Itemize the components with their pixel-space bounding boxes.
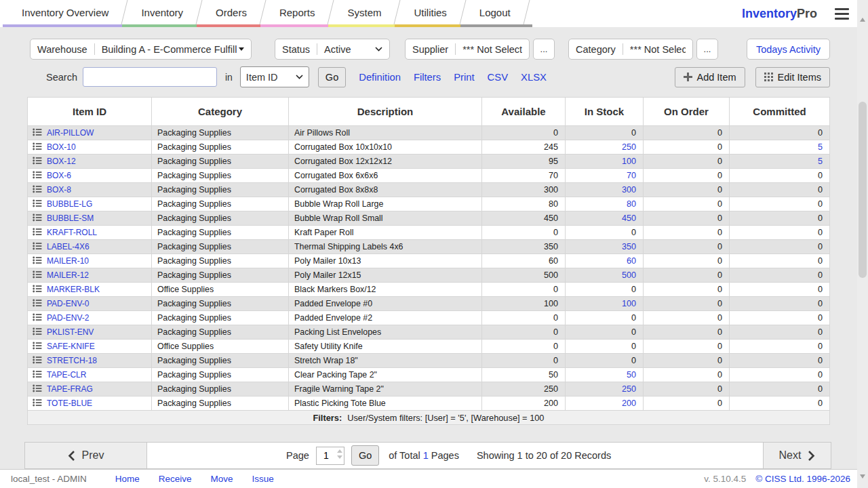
list-icon[interactable] (33, 399, 42, 409)
list-icon[interactable] (33, 299, 42, 309)
column-header-category[interactable]: Category (152, 98, 289, 126)
item-id-link[interactable]: STRETCH-18 (47, 356, 97, 365)
list-icon[interactable] (33, 185, 42, 195)
item-id-link[interactable]: PAD-ENV-2 (47, 313, 89, 323)
link-definition[interactable]: Definition (359, 72, 401, 83)
committed-link[interactable]: 5 (818, 142, 823, 152)
statusbar-link-home[interactable]: Home (115, 474, 140, 484)
committed-link[interactable]: 5 (818, 157, 823, 166)
in-stock-link[interactable]: 250 (622, 384, 636, 394)
item-id-link[interactable]: MAILER-12 (47, 270, 89, 280)
in-stock-link[interactable]: 50 (627, 370, 636, 380)
in-stock-link[interactable]: 500 (622, 270, 636, 280)
scroll-down-arrow-icon[interactable] (860, 474, 865, 479)
link-print[interactable]: Print (454, 72, 474, 83)
tab-reports[interactable]: Reports (264, 0, 333, 27)
item-id-link[interactable]: PKLIST-ENV (47, 327, 94, 337)
supplier-selector[interactable]: Supplier *** Not Selected (405, 39, 530, 60)
prev-page-button[interactable]: Prev (25, 443, 147, 468)
tab-inventory[interactable]: Inventory (126, 0, 201, 27)
column-header-available[interactable]: Available (482, 98, 566, 126)
column-header-on-order[interactable]: On Order (644, 98, 730, 126)
todays-activity-button[interactable]: Todays Activity (747, 39, 830, 60)
list-icon[interactable] (33, 242, 42, 252)
list-icon[interactable] (33, 370, 42, 380)
item-id-link[interactable]: BUBBLE-SM (47, 214, 94, 223)
statusbar-link-move[interactable]: Move (211, 474, 233, 484)
in-stock-link[interactable]: 300 (622, 185, 636, 195)
search-go-button[interactable]: Go (318, 67, 346, 87)
list-icon[interactable] (33, 171, 42, 181)
list-icon[interactable] (33, 356, 42, 366)
column-header-description[interactable]: Description (289, 98, 482, 126)
item-id-link[interactable]: AIR-PILLOW (47, 128, 94, 138)
item-id-link[interactable]: TAPE-CLR (47, 370, 86, 380)
in-stock-link[interactable]: 60 (627, 256, 636, 266)
link-xlsx[interactable]: XLSX (521, 72, 547, 83)
statusbar-link-receive[interactable]: Receive (159, 474, 192, 484)
item-id-link[interactable]: LABEL-4X6 (47, 242, 90, 251)
list-icon[interactable] (33, 256, 42, 266)
list-icon[interactable] (33, 199, 42, 209)
list-icon[interactable] (33, 342, 42, 352)
list-icon[interactable] (33, 270, 42, 281)
in-stock-link[interactable]: 70 (627, 171, 636, 180)
status-dropdown[interactable]: Status Active (275, 39, 390, 60)
edit-items-button[interactable]: Edit Items (755, 67, 830, 87)
in-stock-link[interactable]: 200 (622, 399, 636, 408)
link-csv[interactable]: CSV (488, 72, 508, 83)
in-stock-link[interactable]: 450 (622, 214, 636, 223)
tab-inventory-overview[interactable]: Inventory Overview (7, 0, 126, 27)
in-stock-link[interactable]: 80 (627, 199, 636, 209)
in-stock-link[interactable]: 100 (622, 299, 636, 308)
list-icon[interactable] (33, 128, 42, 138)
item-id-link[interactable]: BOX-6 (47, 171, 71, 180)
item-id-link[interactable]: TAPE-FRAG (47, 384, 93, 394)
list-icon[interactable] (33, 285, 42, 295)
list-icon[interactable] (33, 214, 42, 224)
in-stock-link[interactable]: 250 (622, 142, 636, 152)
tab-orders[interactable]: Orders (201, 0, 264, 27)
category-selector[interactable]: Category *** Not Selected (568, 39, 693, 60)
link-filters[interactable]: Filters (414, 72, 441, 83)
category-browse-button[interactable]: ... (696, 39, 718, 60)
tab-logout[interactable]: Logout (465, 0, 528, 27)
item-id-link[interactable]: MAILER-10 (47, 256, 89, 266)
item-id-link[interactable]: PAD-ENV-0 (47, 299, 89, 308)
in-stock-link[interactable]: 100 (622, 157, 636, 166)
warehouse-dropdown[interactable]: Warehouse Building A - E-Commerce Fulfil… (30, 39, 252, 60)
list-icon[interactable] (33, 157, 42, 167)
tab-system[interactable]: System (332, 0, 399, 27)
list-icon[interactable] (33, 384, 42, 394)
item-id-link[interactable]: KRAFT-ROLL (47, 228, 97, 237)
copyright-link[interactable]: © CISS Ltd. 1996-2026 (755, 474, 850, 484)
column-header-committed[interactable]: Committed (730, 98, 830, 126)
next-page-button[interactable]: Next (763, 443, 831, 468)
search-field-select[interactable]: Item ID (240, 66, 309, 87)
list-icon[interactable] (33, 313, 42, 323)
search-input[interactable] (83, 67, 217, 87)
column-header-in-stock[interactable]: In Stock (566, 98, 644, 126)
item-id-link[interactable]: BOX-10 (47, 142, 76, 152)
item-id-link[interactable]: TOTE-BLUE (47, 399, 92, 408)
statusbar-link-issue[interactable]: Issue (252, 474, 274, 484)
add-item-button[interactable]: Add Item (675, 67, 745, 87)
item-id-link[interactable]: BOX-12 (47, 157, 76, 166)
column-header-item-id[interactable]: Item ID (28, 98, 152, 126)
item-id-link[interactable]: MARKER-BLK (47, 285, 100, 294)
in-stock-link[interactable]: 350 (622, 242, 636, 251)
scrollbar-thumb[interactable] (859, 102, 867, 278)
list-icon[interactable] (33, 327, 42, 338)
item-id-link[interactable]: BOX-8 (47, 185, 71, 195)
list-icon[interactable] (33, 228, 42, 238)
supplier-browse-button[interactable]: ... (533, 39, 555, 60)
hamburger-menu-icon[interactable] (835, 8, 849, 20)
scroll-up-arrow-icon[interactable] (860, 18, 865, 22)
list-icon[interactable] (33, 142, 42, 152)
item-id-link[interactable]: SAFE-KNIFE (47, 342, 95, 351)
page-go-button[interactable]: Go (351, 445, 379, 466)
tab-utilities[interactable]: Utilities (399, 0, 464, 27)
vertical-scrollbar[interactable] (857, 0, 868, 488)
spinner-arrows-icon[interactable] (337, 449, 342, 459)
item-id-link[interactable]: BUBBLE-LG (47, 199, 92, 209)
